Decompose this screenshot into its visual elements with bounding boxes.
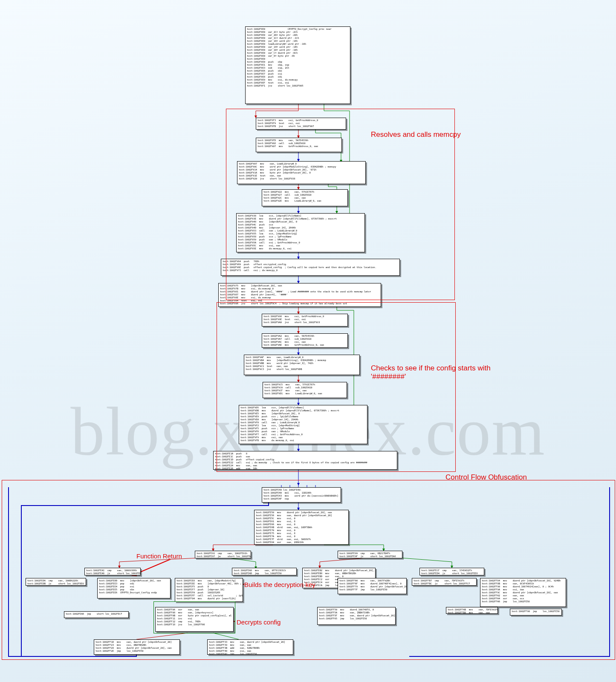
- node-n22[interactable]: text:1002FECF cmp eax, 3745A52Fh text:10…: [419, 568, 484, 575]
- node-n25[interactable]: text:1002FEE8 mov eax, [ebp+ModstrCfg] t…: [175, 578, 243, 602]
- node-n32[interactable]: text:1002FFAB mov eax, 7DFE591Fh text:10…: [446, 607, 498, 614]
- node-n33[interactable]: text:1002FFB7 cmp eax, 7DFE591Fh text:10…: [412, 578, 477, 586]
- node-n34[interactable]: text:1002FF90 jmp loc_1002FE50: [510, 609, 562, 616]
- label-return: Function Return: [136, 552, 182, 560]
- node-n12[interactable]: text:1002F9C5 mov eax, 5791E787h text:10…: [263, 382, 347, 398]
- node-n1[interactable]: text:1002F8E0 CRYPTO_Decrypt_Config proc…: [245, 26, 350, 104]
- node-n6[interactable]: text:1002F938 lea ecx, [ebp+wDllFileName…: [236, 213, 365, 252]
- node-n24[interactable]: text:1002FEDD mov [ebp+Obfuscat_20], eax…: [97, 578, 171, 598]
- label-key: Builds the decryption key: [244, 581, 315, 588]
- node-n35[interactable]: text:1002FEA6 jmp short loc_1002FECF: [64, 611, 129, 618]
- node-n26[interactable]: text:1002FF06 xor eax, eax text:1002FF08…: [155, 607, 234, 632]
- node-n10[interactable]: text:1002F9A2 mov eax, 5A7E4539h text:10…: [262, 333, 348, 348]
- node-n8[interactable]: text:1002F975 mov [ebp+Obfuscat_20], eax…: [218, 283, 381, 307]
- label-hashes: '########': [371, 373, 406, 381]
- node-n14[interactable]: text:1002FE1A push 8 text:1002FE1C push …: [213, 451, 397, 470]
- node-n19[interactable]: text:1002FEA1 cmp eax, 10009386h text:10…: [84, 568, 141, 575]
- node-n9[interactable]: text:1002F998 mov esi, GetProcAddress_0 …: [262, 314, 348, 327]
- node-n17[interactable]: text:1002FE91 cmp eax, 1002FE91h text:10…: [195, 551, 251, 558]
- label-memcpy: Resolves and calls memcpy: [371, 130, 461, 139]
- node-n3[interactable]: text:1002F8FD mov eax, 5A7E4539h text:10…: [256, 138, 342, 152]
- label-cfo: Control Flow Obfuscation: [445, 473, 527, 482]
- node-n29[interactable]: text:1002FF50 mov dword_100748F8, 0 text…: [317, 607, 396, 625]
- node-n23[interactable]: text:1002FED6 cmp eax, 100B6228h text:10…: [26, 578, 86, 586]
- node-n16[interactable]: text:1002FE50 mov dword ptr [ebp+Obfusca…: [254, 510, 349, 545]
- node-n7[interactable]: text:1002F964 push 76Dh text:1002F969 pu…: [221, 259, 400, 276]
- node-n27[interactable]: text:1002FF1D mov eax, dword ptr [ebp+Ob…: [94, 639, 180, 655]
- node-n2[interactable]: text:1002F8F3 mov esi, GetProcAddress_0 …: [256, 118, 346, 130]
- node-n30[interactable]: text:1002FF6A mov eax, 1087F92Bh text:10…: [338, 578, 407, 594]
- label-check: Checks to see if the config starts with: [371, 364, 491, 373]
- node-n18[interactable]: text:1002FE99 cmp eax, 6B217B4Fh text:10…: [338, 551, 402, 558]
- node-n28[interactable]: text:1002FF33 mov eax, dword ptr [ebp+Ob…: [207, 639, 293, 655]
- node-n11[interactable]: text:1002F9AF mov eax, LoadLibraryW_0 te…: [244, 355, 360, 375]
- node-n31[interactable]: text:1002FF84 mov dword ptr [ebp+Obfusca…: [480, 578, 566, 607]
- node-n20[interactable]: text:1002FEA8 mov eax, 0FF81383Ch text:1…: [232, 568, 297, 575]
- label-decrypt: Decrypts config: [237, 618, 281, 626]
- node-n4[interactable]: text:1002F907 mov eax, LoadLibraryW_0 te…: [237, 161, 366, 184]
- node-n13[interactable]: text:1002F9D5 lea ecx, [ebp+wDllFileName…: [239, 405, 367, 444]
- node-n15[interactable]: text:1002FE40 loc_1002FE40: text:1002FE4…: [262, 487, 341, 503]
- node-n5[interactable]: text:1002F922 mov eax, 5791E787h text:10…: [262, 189, 348, 206]
